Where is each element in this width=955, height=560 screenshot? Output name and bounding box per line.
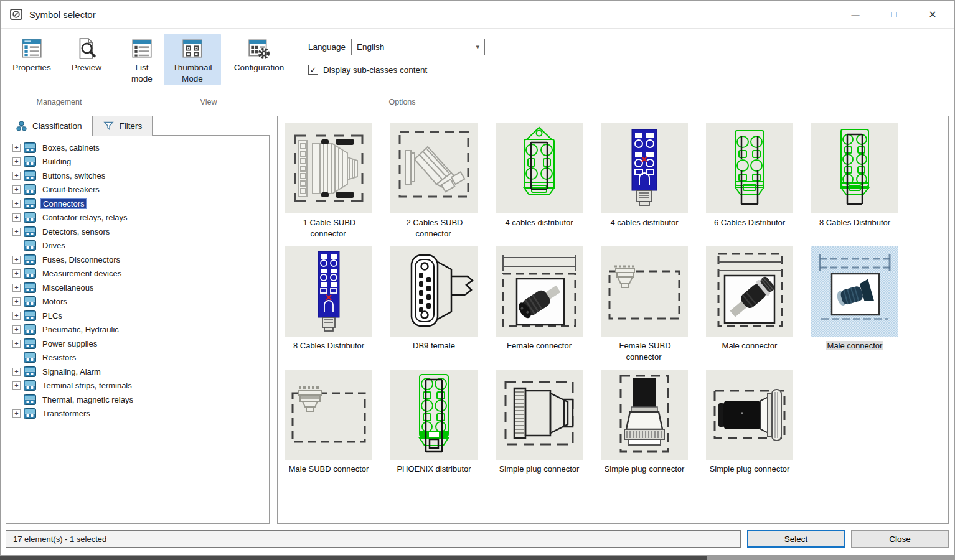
class-folder-icon [24, 282, 36, 293]
language-dropdown[interactable]: English ▾ [351, 39, 485, 55]
tree-item[interactable]: Drives [7, 239, 269, 253]
properties-button[interactable]: Properties [6, 34, 57, 75]
tree-item[interactable]: +Terminal strips, terminals [7, 379, 269, 393]
expand-plus-icon[interactable]: + [12, 256, 21, 264]
symbol-caption: 4 cables distributor [504, 213, 574, 246]
select-button[interactable]: Select [747, 530, 845, 548]
expand-plus-icon[interactable]: + [12, 185, 21, 194]
symbol-thumbnail-photo-female[interactable] [496, 246, 583, 337]
class-folder-icon [24, 338, 36, 349]
symbol-item[interactable]: 1 Cable SUBD connector [285, 123, 372, 246]
tree-item[interactable]: Thermal, magnetic relays [7, 393, 269, 407]
maximize-button[interactable]: □ [875, 1, 913, 28]
close-window-button[interactable]: ✕ [913, 1, 952, 28]
symbol-item[interactable]: Female connector [496, 246, 583, 370]
close-button[interactable]: Close [851, 530, 949, 548]
symbol-thumbnail-distributor-blue-8[interactable] [285, 246, 372, 337]
tree-item[interactable]: +Building [7, 155, 269, 169]
tree-item[interactable]: +Transformers [7, 407, 269, 421]
tree-item[interactable]: +Circuit-breakers [7, 183, 269, 197]
tree-item[interactable]: +Connectors [7, 197, 269, 211]
expand-plus-icon[interactable]: + [12, 297, 21, 306]
symbol-item[interactable]: 4 cables distributor [496, 123, 583, 246]
tree-item[interactable]: +Fuses, Disconnectors [7, 253, 269, 267]
tab-classification[interactable]: Classification [6, 116, 93, 136]
tree-item[interactable]: +Power supplies [7, 337, 269, 351]
tree-item-label: Power supplies [40, 338, 99, 349]
symbol-item[interactable]: PHOENIX distributor [390, 370, 478, 493]
symbol-thumbnail-distributor-blue-4[interactable] [601, 123, 688, 213]
symbol-item[interactable]: Female SUBD connector [601, 246, 688, 370]
tab-filters[interactable]: Filters [93, 116, 153, 136]
symbol-thumbnail-subd-small-male[interactable] [285, 370, 372, 460]
symbol-item[interactable]: Simple plug connector [706, 370, 793, 493]
tree-item[interactable]: +Miscellaneous [7, 281, 269, 295]
minimize-button[interactable]: — [836, 1, 875, 28]
expand-plus-icon[interactable]: + [12, 269, 21, 278]
symbol-thumbnail-plug-vertical[interactable] [601, 370, 688, 460]
symbol-thumbnail-plug-ribbed[interactable] [496, 370, 583, 460]
tree-item-label: Circuit-breakers [40, 184, 101, 195]
expand-plus-icon[interactable]: + [12, 312, 21, 320]
expand-plus-icon[interactable]: + [12, 340, 21, 348]
tree-item[interactable]: +Contactor relays, relays [7, 211, 269, 225]
symbol-thumbnail-photo-male[interactable] [706, 246, 793, 337]
configuration-button[interactable]: Configuration [225, 34, 293, 75]
tree-item[interactable]: +Signaling, Alarm [7, 365, 269, 379]
tree-item[interactable]: +PLCs [7, 309, 269, 323]
symbol-thumbnail-subd-small-female[interactable] [601, 246, 688, 337]
display-subclasses-checkbox[interactable]: ✓ [308, 65, 318, 75]
expand-plus-icon[interactable]: + [12, 200, 21, 208]
tree-item[interactable]: Resistors [7, 351, 269, 365]
display-subclasses-label: Display sub-classes content [323, 65, 427, 75]
symbol-thumbnail-subd-front[interactable] [285, 123, 372, 213]
symbol-thumbnail-db9-female[interactable] [390, 246, 478, 337]
expand-plus-icon[interactable]: + [12, 409, 21, 418]
list-mode-icon [130, 37, 154, 60]
symbol-item[interactable]: 8 Cables Distributor [811, 123, 898, 246]
expand-plus-icon[interactable]: + [12, 228, 21, 236]
symbol-thumbnail-distributor-green-4[interactable] [496, 123, 583, 213]
expand-plus-icon[interactable]: + [12, 172, 21, 180]
language-label: Language [308, 42, 346, 52]
tree-item[interactable]: +Buttons, switches [7, 169, 269, 183]
tree-item[interactable]: +Pneumatic, Hydraulic [7, 323, 269, 337]
tree-item[interactable]: +Motors [7, 295, 269, 309]
symbol-item[interactable]: DB9 female [390, 246, 478, 370]
group-label-view: View [118, 96, 299, 111]
expand-plus-icon[interactable]: + [12, 213, 21, 222]
symbol-thumbnail-distributor-green-8[interactable] [811, 123, 898, 213]
symbol-item[interactable]: 2 Cables SUBD connector [390, 123, 478, 246]
symbol-thumbnail-plug-horizontal[interactable] [706, 370, 793, 460]
symbol-item[interactable]: Male SUBD connector [285, 370, 372, 493]
symbol-caption: Male SUBD connector [288, 460, 370, 493]
expand-plus-icon[interactable]: + [12, 325, 21, 334]
tree-item[interactable]: +Boxes, cabinets [7, 141, 269, 155]
list-mode-button[interactable]: List mode [124, 34, 160, 85]
symbol-thumbnail-photo-male-selected[interactable] [811, 246, 898, 337]
expand-plus-icon[interactable]: + [12, 284, 21, 292]
symbol-item[interactable]: 8 Cables Distributor [285, 246, 372, 370]
symbol-item[interactable]: Male connector [811, 246, 898, 370]
symbol-item[interactable]: Male connector [706, 246, 793, 370]
thumbnail-mode-button[interactable]: Thumbnail Mode [164, 34, 221, 85]
desktop-edge-strip [0, 556, 955, 560]
expand-plus-icon[interactable]: + [12, 368, 21, 376]
symbol-item[interactable]: 6 Cables Distributor [706, 123, 793, 246]
status-text: 17 element(s) - 1 selected [6, 530, 741, 548]
expand-plus-icon[interactable]: + [12, 381, 21, 390]
tree-item[interactable]: +Measurement devices [7, 267, 269, 281]
symbol-item[interactable]: Simple plug connector [601, 370, 688, 493]
symbol-thumbnail-distributor-green-6[interactable] [706, 123, 793, 213]
symbol-thumbnail-distributor-phoenix[interactable] [390, 370, 478, 460]
expand-plus-icon[interactable]: + [12, 144, 21, 152]
symbol-thumbnail-subd-angled[interactable] [390, 123, 478, 213]
class-folder-icon [24, 142, 36, 153]
symbol-item[interactable]: 4 cables distributor [601, 123, 688, 246]
expand-plus-icon[interactable]: + [12, 157, 21, 166]
class-folder-icon [24, 352, 36, 363]
tree-item[interactable]: +Detectors, sensors [7, 225, 269, 239]
preview-button[interactable]: Preview [61, 34, 112, 75]
symbol-item[interactable]: Simple plug connector [496, 370, 583, 493]
symbol-grid-panel: 1 Cable SUBD connector2 Cables SUBD conn… [277, 116, 949, 524]
